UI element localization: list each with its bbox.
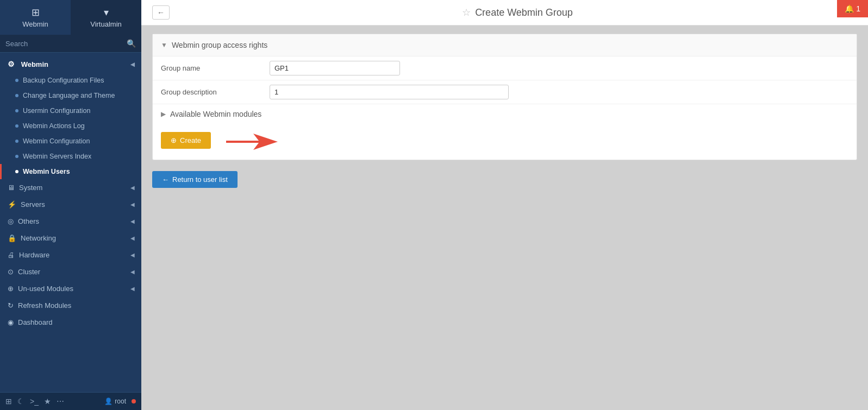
- system-chevron-icon: ◀: [130, 185, 135, 191]
- sidebar-search-bar: 🔍: [0, 35, 141, 53]
- create-button-label: Create: [180, 136, 201, 144]
- webmin-section-icon: ⚙: [8, 60, 15, 68]
- footer-username: root: [115, 398, 126, 405]
- page-header: ← ☆ Create Webmin Group 🔔 1: [141, 0, 868, 26]
- footer-icon-toggle[interactable]: ⊞: [5, 397, 12, 406]
- access-toggle-icon: ▼: [161, 41, 167, 49]
- notification-button[interactable]: 🔔 1: [837, 0, 868, 17]
- footer-user[interactable]: 👤 root: [104, 398, 126, 405]
- dot-icon: [15, 79, 18, 82]
- red-arrow-annotation: [223, 131, 278, 153]
- page-title: ☆ Create Webmin Group: [178, 7, 857, 18]
- networking-icon: 🔒: [8, 234, 16, 242]
- group-form-card: ▼ Webmin group access rights Group name …: [152, 34, 857, 160]
- sidebar-item-usermin-config[interactable]: Usermin Configuration: [0, 103, 141, 118]
- sidebar-item-servers-label: Servers: [21, 200, 45, 209]
- servers-chevron-icon: ◀: [130, 201, 135, 207]
- create-icon: ⊕: [171, 136, 177, 144]
- group-desc-row: Group description: [153, 80, 857, 104]
- sidebar-item-unused-label: Un-used Modules: [18, 285, 73, 293]
- sidebar-item-webmin-users[interactable]: Webmin Users: [0, 164, 141, 179]
- cluster-icon: ⊙: [8, 268, 14, 276]
- return-button[interactable]: ← Return to user list: [152, 171, 238, 188]
- sidebar-item-servers[interactable]: ⚡ Servers ◀: [0, 196, 141, 213]
- create-button-row: ⊕ Create: [153, 124, 857, 160]
- sidebar-item-webmin-actions-label: Webmin Actions Log: [23, 122, 85, 130]
- sidebar-item-dashboard-label: Dashboard: [18, 318, 53, 326]
- refresh-icon: ↻: [8, 301, 14, 310]
- dashboard-icon: ◉: [8, 318, 14, 326]
- search-input[interactable]: [5, 40, 127, 48]
- dot-icon: [15, 140, 18, 143]
- sidebar-item-system[interactable]: 🖥 System ◀: [0, 179, 141, 196]
- sidebar-footer: ⊞ ☾ >_ ★ ⋯ 👤 root: [0, 392, 141, 410]
- main-content: ← ☆ Create Webmin Group 🔔 1 ▼ Webmin gro…: [141, 0, 868, 410]
- sidebar-item-webmin-actions[interactable]: Webmin Actions Log: [0, 118, 141, 134]
- sidebar-item-cluster[interactable]: ⊙ Cluster ◀: [0, 263, 141, 280]
- system-icon: 🖥: [8, 184, 15, 192]
- footer-icon-terminal[interactable]: >_: [30, 397, 39, 406]
- sidebar-item-usermin-config-label: Usermin Configuration: [23, 107, 90, 115]
- sidebar-nav: ⚙ Webmin ◀ Backup Configuration Files Ch…: [0, 53, 141, 392]
- sidebar-item-unused[interactable]: ⊕ Un-used Modules ◀: [0, 280, 141, 297]
- modules-header[interactable]: ▶ Available Webmin modules: [153, 104, 857, 124]
- sidebar-item-others[interactable]: ◎ Others ◀: [0, 213, 141, 230]
- sidebar-item-dashboard[interactable]: ◉ Dashboard: [0, 314, 141, 331]
- sidebar-item-networking-label: Networking: [21, 234, 56, 242]
- access-rights-header[interactable]: ▼ Webmin group access rights: [153, 34, 857, 56]
- hardware-chevron-icon: ◀: [130, 252, 135, 258]
- sidebar-item-change-lang[interactable]: Change Language and Theme: [0, 88, 141, 103]
- sidebar-item-cluster-label: Cluster: [18, 268, 40, 276]
- servers-icon: ⚡: [8, 200, 16, 209]
- modules-toggle-icon: ▶: [161, 110, 166, 118]
- group-desc-input[interactable]: [270, 85, 509, 99]
- networking-chevron-icon: ◀: [130, 235, 135, 241]
- title-star-icon[interactable]: ☆: [462, 7, 471, 18]
- tab-virtualmin[interactable]: ▾ Virtualmin: [71, 0, 141, 35]
- group-desc-label: Group description: [161, 88, 270, 96]
- sidebar-item-others-label: Others: [18, 217, 39, 225]
- dot-icon: [15, 94, 18, 97]
- cluster-chevron-icon: ◀: [130, 269, 135, 275]
- others-chevron-icon: ◀: [130, 218, 135, 224]
- group-name-label: Group name: [161, 64, 270, 72]
- create-button[interactable]: ⊕ Create: [161, 132, 211, 149]
- footer-icon-star[interactable]: ★: [44, 397, 51, 406]
- tab-virtualmin-label: Virtualmin: [90, 20, 122, 28]
- tab-webmin[interactable]: ⊞ Webmin: [0, 0, 71, 35]
- main-body: ▼ Webmin group access rights Group name …: [141, 26, 868, 410]
- dot-icon: [15, 109, 18, 112]
- sidebar-item-hardware-label: Hardware: [19, 251, 49, 259]
- footer-alert-dot: [132, 399, 136, 403]
- sidebar: ⊞ Webmin ▾ Virtualmin 🔍 ⚙ Webmin ◀ Backu…: [0, 0, 141, 410]
- unused-icon: ⊕: [8, 285, 14, 293]
- sidebar-item-hardware[interactable]: 🖨 Hardware ◀: [0, 247, 141, 263]
- modules-title: Available Webmin modules: [170, 110, 261, 118]
- sidebar-section-webmin-label: Webmin: [21, 60, 48, 68]
- dot-icon: [15, 124, 18, 128]
- sidebar-item-refresh[interactable]: ↻ Refresh Modules: [0, 297, 141, 314]
- search-icon: 🔍: [127, 39, 136, 48]
- return-icon: ←: [162, 175, 169, 184]
- group-name-input[interactable]: [270, 61, 400, 75]
- back-button[interactable]: ←: [152, 5, 170, 20]
- sidebar-section-webmin[interactable]: ⚙ Webmin ◀: [0, 55, 141, 73]
- sidebar-item-networking[interactable]: 🔒 Networking ◀: [0, 230, 141, 247]
- sidebar-tabs: ⊞ Webmin ▾ Virtualmin: [0, 0, 141, 35]
- dot-icon: [15, 155, 18, 158]
- sidebar-item-backup-config[interactable]: Backup Configuration Files: [0, 73, 141, 88]
- footer-icon-moon[interactable]: ☾: [17, 397, 24, 406]
- page-title-text: Create Webmin Group: [475, 7, 573, 18]
- tab-webmin-label: Webmin: [22, 20, 48, 28]
- sidebar-item-webmin-servers[interactable]: Webmin Servers Index: [0, 149, 141, 164]
- footer-icon-share[interactable]: ⋯: [57, 397, 64, 406]
- others-icon: ◎: [8, 217, 14, 225]
- sidebar-item-webmin-config-label: Webmin Configuration: [23, 137, 90, 145]
- sidebar-item-webmin-config[interactable]: Webmin Configuration: [0, 134, 141, 149]
- access-rights-title: Webmin group access rights: [172, 41, 267, 49]
- hardware-icon: 🖨: [8, 251, 15, 259]
- webmin-icon: ⊞: [32, 7, 40, 18]
- sidebar-item-webmin-servers-label: Webmin Servers Index: [23, 153, 91, 160]
- sidebar-item-change-lang-label: Change Language and Theme: [23, 92, 115, 99]
- user-icon: 👤: [104, 398, 113, 405]
